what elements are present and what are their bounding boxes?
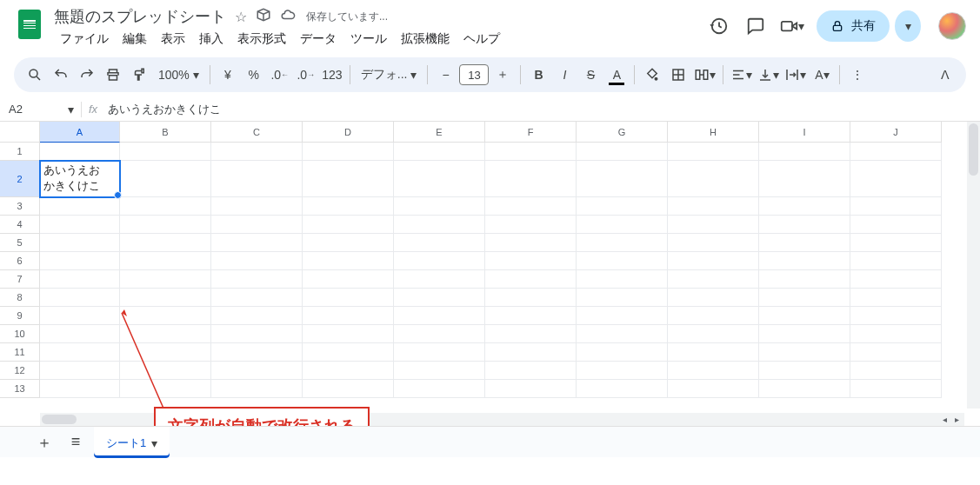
cell-E12[interactable] — [394, 362, 485, 380]
cell-C4[interactable] — [211, 216, 303, 234]
cell-F6[interactable] — [485, 252, 577, 270]
cell-C8[interactable] — [211, 289, 303, 307]
all-sheets-icon[interactable]: ≡ — [63, 429, 89, 455]
share-button[interactable]: 共有 — [817, 10, 890, 42]
cell-E6[interactable] — [394, 252, 485, 270]
cell-F11[interactable] — [485, 343, 577, 362]
cell-F5[interactable] — [485, 234, 577, 252]
cell-A7[interactable] — [40, 270, 120, 289]
cell-G13[interactable] — [577, 380, 668, 398]
cell-C11[interactable] — [211, 343, 303, 362]
cell-E2[interactable] — [394, 161, 485, 197]
cloud-status-icon[interactable] — [280, 7, 296, 26]
comment-icon[interactable] — [743, 14, 768, 38]
fontsize-increase-icon[interactable]: ＋ — [490, 63, 515, 87]
cell-H7[interactable] — [668, 270, 759, 289]
cell-A6[interactable] — [40, 252, 120, 270]
col-header-J[interactable]: J — [850, 122, 942, 143]
col-header-I[interactable]: I — [759, 122, 850, 143]
cell-H8[interactable] — [668, 289, 759, 307]
cell-H3[interactable] — [668, 197, 759, 216]
cell-E5[interactable] — [394, 234, 485, 252]
menu-format[interactable]: 表示形式 — [231, 28, 292, 50]
cell-D1[interactable] — [303, 143, 394, 161]
cell-J6[interactable] — [850, 252, 942, 270]
currency-icon[interactable]: ¥ — [216, 63, 240, 87]
cell-I8[interactable] — [759, 289, 850, 307]
cell-J5[interactable] — [850, 234, 942, 252]
col-header-G[interactable]: G — [577, 122, 668, 143]
select-all-corner[interactable] — [0, 122, 40, 143]
row-header-9[interactable]: 9 — [0, 307, 40, 325]
cell-J13[interactable] — [850, 380, 942, 398]
cell-I11[interactable] — [759, 343, 850, 362]
cell-I4[interactable] — [759, 216, 850, 234]
cell-F3[interactable] — [485, 197, 577, 216]
cell-A9[interactable] — [40, 307, 120, 325]
cell-B5[interactable] — [120, 234, 211, 252]
row-header-10[interactable]: 10 — [0, 325, 40, 343]
cell-H12[interactable] — [668, 362, 759, 380]
percent-icon[interactable]: % — [242, 63, 266, 87]
name-box[interactable]: A2 — [9, 103, 61, 116]
cell-A12[interactable] — [40, 362, 120, 380]
cell-D13[interactable] — [303, 380, 394, 398]
cell-A13[interactable] — [40, 380, 120, 398]
row-header-3[interactable]: 3 — [0, 197, 40, 216]
decimal-increase-icon[interactable]: .0→ — [294, 63, 318, 87]
meet-icon[interactable]: ▾ — [780, 14, 804, 38]
cell-F12[interactable] — [485, 362, 577, 380]
rotate-icon[interactable]: A▾ — [810, 63, 834, 87]
cell-G11[interactable] — [577, 343, 668, 362]
col-header-H[interactable]: H — [668, 122, 759, 143]
cell-J4[interactable] — [850, 216, 942, 234]
cell-D9[interactable] — [303, 307, 394, 325]
cell-I7[interactable] — [759, 270, 850, 289]
col-header-A[interactable]: A — [40, 122, 120, 143]
cell-F2[interactable] — [485, 161, 577, 197]
cell-B9[interactable] — [120, 307, 211, 325]
menu-file[interactable]: ファイル — [54, 28, 115, 50]
cell-G3[interactable] — [577, 197, 668, 216]
cell-G9[interactable] — [577, 307, 668, 325]
cell-F8[interactable] — [485, 289, 577, 307]
cell-D5[interactable] — [303, 234, 394, 252]
col-header-E[interactable]: E — [394, 122, 485, 143]
menu-extensions[interactable]: 拡張機能 — [395, 28, 456, 50]
menu-edit[interactable]: 編集 — [117, 28, 153, 50]
cell-J10[interactable] — [850, 325, 942, 343]
sheet-tab-menu-icon[interactable]: ▾ — [151, 436, 157, 450]
font-size-input[interactable]: 13 — [459, 64, 489, 85]
row-header-6[interactable]: 6 — [0, 252, 40, 270]
cell-B10[interactable] — [120, 325, 211, 343]
menu-tools[interactable]: ツール — [344, 28, 393, 50]
sheets-logo[interactable] — [12, 7, 47, 42]
cell-B8[interactable] — [120, 289, 211, 307]
cell-D4[interactable] — [303, 216, 394, 234]
formula-bar[interactable]: あいうえおかきくけこ — [104, 102, 980, 117]
cell-C1[interactable] — [211, 143, 303, 161]
cell-C12[interactable] — [211, 362, 303, 380]
menu-view[interactable]: 表示 — [155, 28, 191, 50]
cell-H11[interactable] — [668, 343, 759, 362]
row-header-11[interactable]: 11 — [0, 343, 40, 362]
cell-J1[interactable] — [850, 143, 942, 161]
menu-data[interactable]: データ — [294, 28, 343, 50]
cell-D6[interactable] — [303, 252, 394, 270]
cell-B4[interactable] — [120, 216, 211, 234]
cell-F7[interactable] — [485, 270, 577, 289]
cell-B1[interactable] — [120, 143, 211, 161]
strikethrough-icon[interactable]: S — [578, 63, 603, 87]
cell-I1[interactable] — [759, 143, 850, 161]
zoom-select[interactable]: 100%▾ — [153, 63, 204, 87]
cell-F13[interactable] — [485, 380, 577, 398]
cell-A8[interactable] — [40, 289, 120, 307]
cell-C13[interactable] — [211, 380, 303, 398]
cell-H1[interactable] — [668, 143, 759, 161]
cell-H6[interactable] — [668, 252, 759, 270]
wrap-icon[interactable]: ▾ — [783, 63, 808, 87]
cell-I9[interactable] — [759, 307, 850, 325]
move-icon[interactable] — [256, 7, 271, 26]
collapse-icon[interactable]: ᐱ — [933, 63, 957, 87]
menu-help[interactable]: ヘルプ — [457, 28, 506, 50]
